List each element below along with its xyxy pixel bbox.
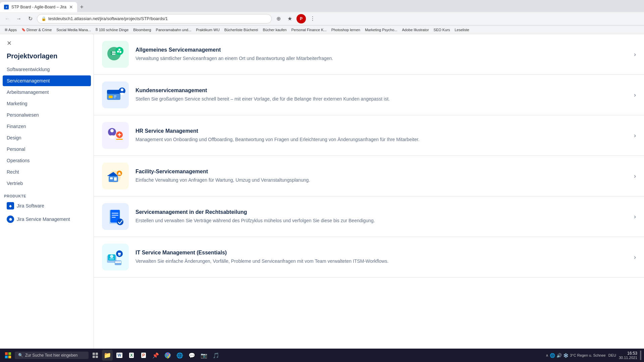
close-sidebar-button[interactable]: ✕ bbox=[7, 40, 12, 47]
template-desc-recht: Erstellen und verwalten Sie Verträge wäh… bbox=[136, 217, 627, 224]
sidebar-item-vertrieb[interactable]: Vertrieb bbox=[3, 178, 91, 189]
sidebar-item-softwareentwicklung[interactable]: Softwareentwicklung bbox=[3, 64, 91, 75]
tab-close-button[interactable]: ✕ bbox=[69, 4, 73, 10]
bookmark-personal-finance[interactable]: Personal Finance K... bbox=[289, 27, 328, 33]
tab-favicon: J bbox=[4, 5, 9, 9]
sidebar-item-label: Arbeitsmanagement bbox=[7, 89, 49, 95]
app-container: ✕ Projektvorlagen Softwareentwicklung Se… bbox=[0, 34, 644, 349]
bookmark-praktikum[interactable]: Praktikum WU bbox=[194, 27, 221, 33]
template-desc-allgemeines: Verwaltung sämtlicher Serviceanfragen an… bbox=[136, 55, 627, 62]
sidebar: ✕ Projektvorlagen Softwareentwicklung Se… bbox=[0, 34, 94, 349]
svg-point-9 bbox=[119, 51, 121, 53]
active-tab[interactable]: J STP Board - Agile-Board – Jira ✕ bbox=[0, 2, 77, 12]
bookmark-adobe[interactable]: Adobe Illustrator bbox=[400, 27, 431, 33]
reload-button[interactable]: ↻ bbox=[25, 14, 35, 23]
template-item-kunde[interactable]: Kundenservicemanagement Stellen Sie groß… bbox=[94, 75, 644, 115]
bookmark-label: Marketing Psycho... bbox=[365, 28, 397, 32]
sidebar-item-personalwesen[interactable]: Personalwesen bbox=[3, 110, 91, 120]
bookmark-label: Personal Finance K... bbox=[291, 28, 326, 32]
template-icon-allgemeines bbox=[102, 41, 129, 68]
sidebar-item-marketing[interactable]: Marketing bbox=[3, 98, 91, 109]
template-icon-recht bbox=[102, 203, 129, 230]
jsm-icon: ⬟ bbox=[7, 216, 14, 223]
menu-button[interactable]: ⋮ bbox=[308, 14, 317, 23]
bookmark-seo[interactable]: SEO Kurs bbox=[432, 27, 452, 33]
bookmark-buecher[interactable]: Bücher kaufen bbox=[261, 27, 289, 33]
profile-button[interactable]: P bbox=[297, 14, 306, 23]
new-tab-button[interactable]: + bbox=[77, 2, 87, 12]
template-desc-it: Verwalten Sie einfache Änderungen, Vorfä… bbox=[136, 258, 627, 265]
bookmark-label: 100 schöne Dinge bbox=[99, 28, 129, 32]
bookmark-bloomberg[interactable]: Bloomberg bbox=[131, 27, 153, 33]
sidebar-item-label: Design bbox=[7, 135, 21, 140]
svg-rect-15 bbox=[114, 97, 116, 98]
bookmark-social[interactable]: Social Media Mana... bbox=[54, 27, 93, 33]
template-title-recht: Servicemanagement in der Rechtsabteilung bbox=[136, 209, 627, 215]
svg-point-49 bbox=[117, 261, 119, 263]
product-jira-service-management[interactable]: ⬟ Jira Service Management bbox=[3, 213, 91, 226]
template-item-recht[interactable]: Servicemanagement in der Rechtsabteilung… bbox=[94, 196, 644, 237]
bookmark-label: SEO Kurs bbox=[434, 28, 450, 32]
jira-software-icon: ◆ bbox=[7, 202, 14, 209]
template-item-hr[interactable]: HR Service Management Management von Onb… bbox=[94, 115, 644, 156]
sidebar-item-arbeitsmanagement[interactable]: Arbeitsmanagement bbox=[3, 87, 91, 98]
forward-icon: → bbox=[16, 16, 21, 22]
bookmark-label: Apps bbox=[8, 28, 17, 32]
lock-icon: 🔒 bbox=[41, 16, 46, 21]
template-title-kunde: Kundenservicemanagement bbox=[136, 87, 627, 94]
template-info-recht: Servicemanagement in der Rechtsabteilung… bbox=[136, 209, 627, 224]
template-icon-kunde bbox=[102, 81, 129, 108]
svg-point-5 bbox=[111, 54, 112, 55]
svg-rect-43 bbox=[109, 258, 114, 259]
bookmark-panorama[interactable]: Panoramabahn und... bbox=[154, 27, 194, 33]
sidebar-item-servicemanagement[interactable]: Servicemanagement bbox=[3, 75, 91, 86]
template-item-allgemeines[interactable]: Allgemeines Servicemanagement Verwaltung… bbox=[94, 34, 644, 75]
extensions-button[interactable]: ⊕ bbox=[274, 14, 283, 23]
address-bar[interactable]: 🔒 testdeutsch1.atlassian.net/jira/softwa… bbox=[37, 14, 272, 23]
bookmark-bar: ⊞ Apps 🔖 Dinner & Crime Social Media Man… bbox=[0, 25, 644, 34]
svg-point-42 bbox=[110, 255, 113, 258]
template-icon-it bbox=[102, 244, 129, 270]
product-label: Jira Service Management bbox=[17, 217, 70, 222]
svg-point-6 bbox=[115, 47, 123, 55]
product-jira-software[interactable]: ◆ Jira Software bbox=[3, 199, 91, 212]
svg-rect-24 bbox=[116, 139, 123, 140]
template-desc-kunde: Stellen Sie großartigen Service schnell … bbox=[136, 96, 627, 103]
bookmark-leseliste[interactable]: Leseliste bbox=[452, 27, 471, 33]
sidebar-item-label: Personalwesen bbox=[7, 112, 39, 118]
back-icon: ← bbox=[5, 16, 10, 22]
bookmark-photoshop[interactable]: Photoshop lernen bbox=[329, 27, 362, 33]
sidebar-item-operations[interactable]: Operations bbox=[3, 155, 91, 166]
bookmark-apps[interactable]: ⊞ Apps bbox=[3, 27, 19, 33]
template-icon-hr bbox=[102, 122, 129, 149]
100-icon: B bbox=[96, 28, 98, 32]
svg-point-38 bbox=[117, 219, 123, 225]
template-item-facility[interactable]: Facility-Servicemanagement Einfache Verw… bbox=[94, 156, 644, 196]
svg-rect-14 bbox=[114, 96, 116, 97]
svg-point-28 bbox=[118, 172, 120, 174]
bookmark-dinner[interactable]: 🔖 Dinner & Crime bbox=[19, 27, 54, 33]
template-title-it: IT Service Management (Essentials) bbox=[136, 250, 627, 256]
template-arrow-hr: › bbox=[634, 132, 636, 139]
template-info-hr: HR Service Management Management von Onb… bbox=[136, 128, 627, 143]
svg-point-17 bbox=[121, 88, 123, 91]
template-desc-hr: Management von Onboarding und Offboardin… bbox=[136, 136, 627, 143]
browser-chrome: J STP Board - Agile-Board – Jira ✕ + ← →… bbox=[0, 0, 644, 34]
template-item-it[interactable]: IT Service Management (Essentials) Verwa… bbox=[94, 237, 644, 278]
template-desc-facility: Einfache Verwaltung von Anfragen für War… bbox=[136, 177, 627, 184]
template-arrow-it: › bbox=[634, 254, 636, 261]
bookmark-button[interactable]: ★ bbox=[285, 14, 294, 23]
template-info-kunde: Kundenservicemanagement Stellen Sie groß… bbox=[136, 87, 627, 103]
back-button[interactable]: ← bbox=[3, 14, 12, 23]
forward-button[interactable]: → bbox=[14, 14, 23, 23]
template-title-hr: HR Service Management bbox=[136, 128, 627, 134]
svg-point-7 bbox=[118, 49, 120, 51]
template-info-it: IT Service Management (Essentials) Verwa… bbox=[136, 250, 627, 265]
bookmark-marketing[interactable]: Marketing Psycho... bbox=[363, 27, 399, 33]
sidebar-item-finanzen[interactable]: Finanzen bbox=[3, 121, 91, 132]
bookmark-100[interactable]: B 100 schöne Dinge bbox=[94, 27, 130, 33]
sidebar-item-personal[interactable]: Personal bbox=[3, 144, 91, 155]
sidebar-item-design[interactable]: Design bbox=[3, 132, 91, 143]
bookmark-buecherliste[interactable]: Bücherliste Bücherei bbox=[222, 27, 260, 33]
sidebar-item-recht[interactable]: Recht bbox=[3, 167, 91, 177]
